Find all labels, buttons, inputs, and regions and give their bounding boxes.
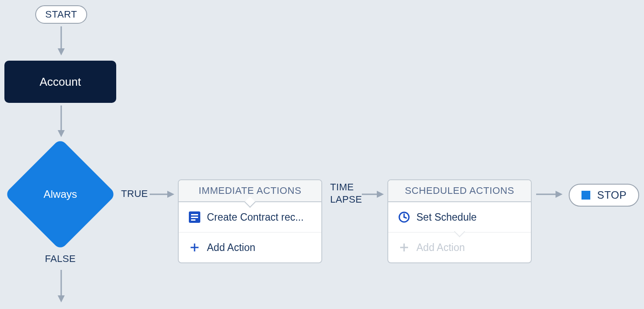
stop-icon (581, 191, 590, 200)
svg-marker-3 (58, 130, 65, 137)
arrow-true-to-immediate (150, 190, 176, 199)
arrow-object-to-decision (57, 105, 66, 140)
stop-label: STOP (597, 189, 627, 201)
scheduled-actions-header: SCHEDULED ACTIONS (388, 180, 531, 202)
record-icon (188, 211, 201, 223)
clock-icon (398, 211, 410, 223)
stop-node[interactable]: STOP (569, 184, 639, 207)
immediate-actions-panel: IMMEDIATE ACTIONS Create Contract rec...… (178, 179, 322, 263)
edge-label-true: TRUE (121, 188, 148, 200)
edge-label-false: FALSE (45, 253, 76, 265)
set-schedule-label: Set Schedule (416, 211, 477, 223)
scheduled-add-action-label: Add Action (416, 242, 465, 254)
svg-marker-1 (58, 48, 65, 55)
svg-rect-7 (191, 214, 198, 215)
arrow-scheduled-to-stop (536, 190, 564, 199)
decision-node[interactable]: Always (4, 138, 117, 251)
start-node[interactable]: START (35, 5, 87, 24)
svg-rect-9 (191, 219, 195, 221)
svg-marker-5 (167, 191, 174, 198)
action-create-contract-label: Create Contract rec... (207, 211, 304, 223)
svg-marker-13 (377, 191, 384, 198)
immediate-add-action[interactable]: Add Action (179, 233, 321, 262)
scheduled-actions-panel: SCHEDULED ACTIONS Set Schedule Add Actio… (387, 179, 532, 263)
trigger-object-node[interactable]: Account (4, 61, 116, 103)
trigger-object-label: Account (40, 75, 81, 89)
svg-marker-22 (58, 295, 65, 302)
plus-icon (188, 241, 201, 254)
arrow-immediate-to-scheduled (362, 190, 386, 199)
start-label: START (45, 9, 77, 20)
arrow-start-to-object (57, 26, 66, 57)
svg-line-16 (404, 217, 406, 218)
immediate-actions-header: IMMEDIATE ACTIONS (179, 180, 321, 202)
arrow-false-down (57, 270, 66, 305)
svg-marker-20 (556, 191, 563, 198)
plus-icon (398, 241, 410, 254)
svg-rect-8 (191, 217, 198, 218)
edge-label-timelapse: TIME LAPSE (330, 181, 362, 205)
immediate-add-action-label: Add Action (207, 242, 255, 254)
